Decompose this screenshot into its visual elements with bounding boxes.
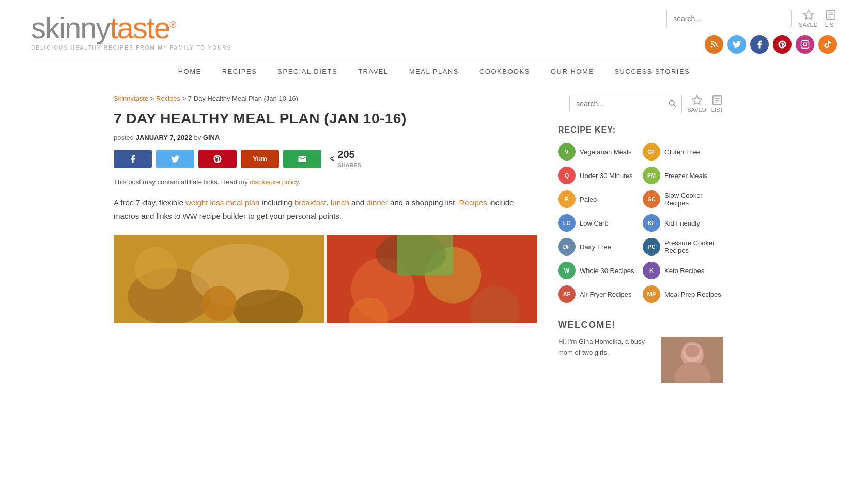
breadcrumb-sep1: >	[150, 94, 156, 102]
key-label-pc: Pressure Cooker Recipes	[664, 239, 723, 254]
yummly-share-button[interactable]: Yum	[241, 150, 279, 168]
key-label-mp: Meal Prep Recipes	[664, 291, 721, 298]
svg-point-15	[135, 247, 177, 290]
saved-label: SAVED	[799, 22, 817, 28]
saved-button[interactable]: SAVED	[799, 9, 817, 28]
sidebar: SAVED LIST RECIPE KEY: V Vegetarian Meal…	[558, 94, 723, 383]
recipes-link[interactable]: Recipes	[459, 198, 487, 207]
disclosure-link[interactable]: disclosure policy	[250, 178, 299, 186]
svg-marker-2	[803, 10, 813, 19]
header: skinnytaste® DELICIOUS HEALTHY RECIPES F…	[0, 0, 868, 59]
nav-cookbooks[interactable]: COOKBOOKS	[479, 68, 530, 75]
social-icons	[705, 35, 837, 54]
key-badge-p: P	[558, 190, 576, 208]
nav-meal-plans[interactable]: MEAL PLANS	[409, 68, 459, 75]
breadcrumb-recipes[interactable]: Recipes	[156, 94, 180, 102]
recipe-key-item-fm[interactable]: FM Freezer Meals	[643, 167, 723, 184]
lunch-link[interactable]: lunch	[331, 198, 349, 207]
sidebar-list-button[interactable]: LIST	[711, 94, 723, 113]
facebook-share-button[interactable]	[114, 150, 152, 168]
recipe-key-item-p[interactable]: P Paleo	[558, 190, 639, 208]
key-label-q: Under 30 Minutes	[580, 172, 633, 180]
recipe-key-item-pc[interactable]: PC Pressure Cooker Recipes	[643, 238, 723, 256]
logo-area: skinnytaste® DELICIOUS HEALTHY RECIPES F…	[31, 13, 231, 51]
header-search-bar[interactable]	[667, 10, 792, 27]
logo-prefix: skinny	[31, 11, 110, 44]
nav-our-home[interactable]: OUR HOME	[551, 68, 594, 75]
recipe-key-item-af[interactable]: AF Air Fryer Recipes	[558, 285, 639, 303]
svg-point-24	[670, 100, 674, 105]
recipe-key-item-df[interactable]: DF Dairy Free	[558, 238, 639, 256]
key-badge-k: K	[643, 262, 660, 279]
recipe-key-item-mp[interactable]: MP Meal Prep Recipes	[643, 285, 723, 303]
recipe-key-title: RECIPE KEY:	[558, 125, 723, 135]
weight-loss-link[interactable]: weight loss meal plan	[185, 198, 259, 207]
recipe-key-item-kf[interactable]: KF Kid Friendly	[643, 214, 723, 232]
instagram-icon[interactable]	[796, 35, 814, 54]
header-search-input[interactable]	[667, 11, 781, 26]
svg-point-10	[807, 42, 808, 43]
key-badge-af: AF	[558, 285, 576, 303]
sidebar-search-area: SAVED LIST	[558, 94, 723, 113]
recipe-key-item-gf[interactable]: GF Gluten Free	[643, 143, 723, 161]
dinner-link[interactable]: dinner	[366, 198, 388, 207]
nav-travel[interactable]: TRAVEL	[358, 68, 389, 75]
recipe-key-item-sc[interactable]: SC Slow Cooker Recipes	[643, 190, 723, 208]
breadcrumb-home[interactable]: Skinnytaste	[114, 94, 148, 102]
breadcrumb: Skinnytaste > Recipes > 7 Day Healthy Me…	[114, 94, 537, 102]
header-search-button[interactable]	[781, 10, 791, 27]
pinterest-icon[interactable]	[773, 35, 792, 54]
recipe-key-item-v[interactable]: V Vegetarian Meals	[558, 143, 639, 161]
main-layout: Skinnytaste > Recipes > 7 Day Healthy Me…	[83, 84, 785, 393]
twitter-share-button[interactable]	[156, 150, 194, 168]
key-badge-fm: FM	[643, 167, 660, 184]
sidebar-search-input[interactable]	[570, 96, 663, 111]
sidebar-saved-label: SAVED	[687, 107, 706, 113]
svg-point-9	[803, 43, 807, 46]
breakfast-link[interactable]: breakfast	[295, 198, 327, 207]
key-badge-df: DF	[558, 238, 576, 256]
key-badge-mp: MP	[643, 285, 660, 303]
recipe-key: RECIPE KEY: V Vegetarian Meals GF Gluten…	[558, 125, 723, 303]
site-tagline: DELICIOUS HEALTHY RECIPES FROM MY FAMILY…	[31, 45, 231, 51]
nav-success-stories[interactable]: SUCCESS STORIES	[614, 68, 690, 75]
recipe-key-item-k[interactable]: K Keto Recipes	[643, 262, 723, 279]
sidebar-search-button[interactable]	[663, 95, 681, 113]
breadcrumb-current: 7 Day Healthy Meal Plan (Jan 10-16)	[188, 94, 298, 102]
share-lt: <	[330, 154, 334, 164]
key-label-df: Dairy Free	[580, 243, 611, 251]
recipe-key-item-lc[interactable]: LC Low Carb	[558, 214, 639, 232]
nav-special-diets[interactable]: SPECIAL DIETS	[277, 68, 337, 75]
rss-icon[interactable]	[705, 35, 723, 54]
yummly-label: Yum	[253, 155, 267, 163]
welcome-text: Hi, I'm Gina Homolka, a busy mom of two …	[558, 337, 654, 383]
key-label-k: Keto Recipes	[664, 267, 704, 275]
key-badge-w: W	[558, 262, 576, 279]
shares-label: SHARES	[337, 162, 361, 168]
svg-point-16	[202, 286, 237, 321]
post-meta: posted JANUARY 7, 2022 by GINA	[114, 134, 537, 141]
twitter-icon[interactable]	[727, 35, 746, 54]
sidebar-list-label: LIST	[711, 107, 723, 113]
key-label-p: Paleo	[580, 196, 597, 203]
welcome-section: WELCOME! Hi, I'm Gina Homolka, a busy mo…	[558, 320, 723, 383]
disclosure-prefix: This post may contain affiliate links. R…	[114, 178, 248, 186]
recipe-key-item-w[interactable]: W Whole 30 Recipes	[558, 262, 639, 279]
nav-home[interactable]: HOME	[178, 68, 202, 75]
site-logo[interactable]: skinnytaste®	[31, 13, 231, 43]
email-share-button[interactable]	[283, 150, 321, 168]
key-label-sc: Slow Cooker Recipes	[664, 191, 723, 207]
pinterest-share-button[interactable]	[198, 150, 237, 168]
post-date: JANUARY 7, 2022	[136, 134, 192, 141]
welcome-text-content: Hi, I'm Gina Homolka, a busy mom of two …	[558, 338, 645, 356]
tiktok-icon[interactable]	[818, 35, 837, 54]
sidebar-saved-button[interactable]: SAVED	[687, 94, 706, 113]
list-button[interactable]: LIST	[825, 9, 837, 28]
welcome-title: WELCOME!	[558, 320, 723, 330]
facebook-icon[interactable]	[750, 35, 769, 54]
recipe-key-item-q[interactable]: Q Under 30 Minutes	[558, 167, 639, 184]
sidebar-search-bar[interactable]	[569, 95, 682, 113]
key-badge-q: Q	[558, 167, 576, 184]
nav-recipes[interactable]: RECIPES	[222, 68, 257, 75]
welcome-content: Hi, I'm Gina Homolka, a busy mom of two …	[558, 337, 723, 383]
